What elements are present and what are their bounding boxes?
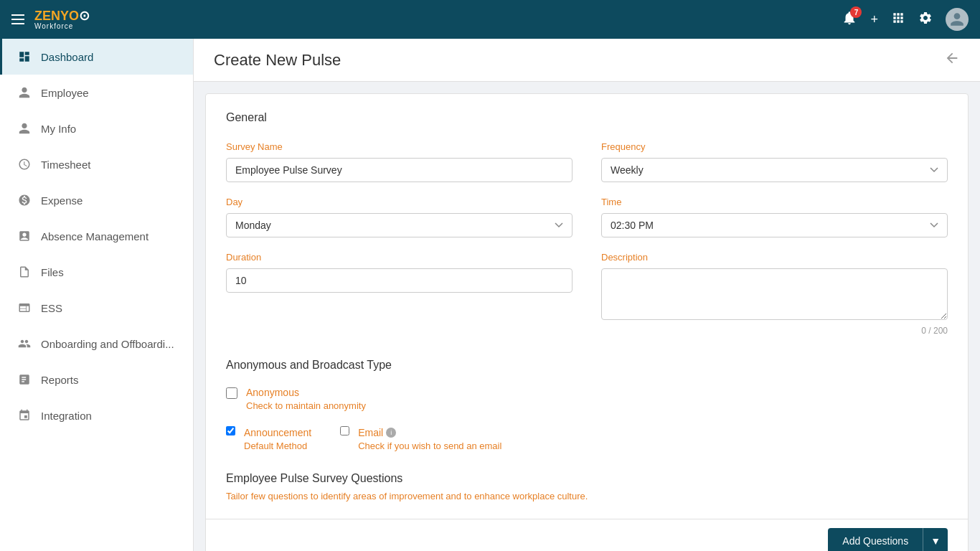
time-select[interactable]: 09:00 AM 10:00 AM 11:00 AM 12:00 PM 01:0… [601,213,948,237]
anonymous-text: Anonymous Check to maintain anonymity [246,386,366,412]
sidebar-item-ess[interactable]: ESS [0,290,193,326]
email-text: Email i Check if you wish to send an ema… [358,426,501,452]
back-button[interactable] [944,50,960,70]
description-group: Description 0 / 200 [601,252,948,336]
email-item: Email i Check if you wish to send an ema… [340,426,501,452]
day-select[interactable]: Sunday Monday Tuesday Wednesday Thursday… [226,213,573,237]
time-label: Time [601,197,948,207]
frequency-label: Frequency [601,141,948,152]
day-group: Day Sunday Monday Tuesday Wednesday Thur… [226,197,573,237]
questions-title: Employee Pulse Survey Questions [226,472,948,485]
timesheet-icon [17,156,32,172]
sidebar-item-onboarding[interactable]: Onboarding and Offboardi... [0,326,193,362]
sidebar-label-dashboard: Dashboard [41,51,93,63]
add-questions-dropdown-button[interactable]: ▼ [923,528,948,551]
questions-desc: Tailor few questions to identify areas o… [226,491,948,501]
sidebar-item-absence[interactable]: Absence Management [0,218,193,254]
announcement-label[interactable]: Announcement [244,427,311,438]
broadcast-row: Announcement Default Method Email i [226,426,948,452]
dashboard-icon [17,49,32,65]
sidebar-label-integration: Integration [41,410,92,422]
sidebar-label-reports: Reports [41,374,79,386]
reports-icon [17,372,32,387]
sidebar-item-dashboard[interactable]: Dashboard [0,39,193,75]
integration-icon [17,408,32,423]
ess-icon [17,300,32,316]
day-label: Day [226,197,573,207]
top-nav: ZENYO⊙ Workforce 7 + [0,0,980,39]
expense-icon [17,192,32,208]
notification-badge: 7 [850,6,862,18]
char-count: 0 / 200 [601,326,948,336]
description-label: Description [601,252,948,263]
general-form-grid: Survey Name Frequency Daily Weekly Month… [226,141,948,336]
logo-text: ZENYO⊙ [34,9,90,22]
sidebar-item-myinfo[interactable]: My Info [0,110,193,146]
survey-name-group: Survey Name [226,141,573,182]
announcement-text: Announcement Default Method [244,426,311,452]
sidebar-item-integration[interactable]: Integration [0,397,193,433]
email-desc: Check if you wish to send an email [358,441,501,451]
page-title: Create New Pulse [214,51,341,70]
anonymous-desc: Check to maintain anonymity [246,400,366,411]
anonymous-checkbox[interactable] [226,387,237,399]
sidebar-label-myinfo: My Info [41,123,76,135]
time-group: Time 09:00 AM 10:00 AM 11:00 AM 12:00 PM… [601,197,948,237]
sidebar-item-expense[interactable]: Expense [0,182,193,218]
general-section-title: General [226,111,948,124]
anon-section: Anonymous and Broadcast Type Anonymous C… [226,359,948,452]
anonymous-row: Anonymous Check to maintain anonymity [226,386,948,412]
sidebar-label-onboarding: Onboarding and Offboardi... [41,338,174,350]
description-textarea[interactable] [601,268,948,320]
sidebar: Dashboard Employee My Info Timesheet Exp… [0,39,194,551]
survey-name-label: Survey Name [226,141,573,152]
settings-button[interactable] [918,11,933,29]
announcement-desc: Default Method [244,441,307,451]
announcement-item: Announcement Default Method [226,426,311,452]
logo: ZENYO⊙ Workforce [34,9,90,30]
email-label[interactable]: Email [358,427,383,438]
duration-input[interactable] [226,268,573,293]
myinfo-icon [17,121,32,136]
sidebar-label-employee: Employee [41,87,89,99]
questions-section: Employee Pulse Survey Questions Tailor f… [226,472,948,501]
anon-section-title: Anonymous and Broadcast Type [226,359,948,372]
sidebar-item-files[interactable]: Files [0,254,193,290]
logo-subtext: Workforce [34,22,90,30]
sidebar-item-employee[interactable]: Employee [0,75,193,110]
frequency-select[interactable]: Daily Weekly Monthly [601,158,948,182]
email-info-icon[interactable]: i [386,428,396,438]
duration-label: Duration [226,252,573,263]
frequency-group: Frequency Daily Weekly Monthly [601,141,948,182]
hamburger-menu[interactable] [11,14,24,24]
sidebar-label-absence: Absence Management [41,230,149,242]
absence-icon [17,228,32,244]
duration-group: Duration [226,252,573,336]
anonymous-label[interactable]: Anonymous [246,387,299,398]
sidebar-item-timesheet[interactable]: Timesheet [0,146,193,182]
survey-name-input[interactable] [226,158,573,182]
employee-icon [17,85,32,100]
sidebar-label-expense: Expense [41,194,83,207]
sidebar-label-files: Files [41,266,64,278]
form-card: General Survey Name Frequency Daily Week… [205,93,969,551]
grid-button[interactable] [891,11,905,29]
main-content: Create New Pulse General Survey Name [194,39,980,551]
user-avatar[interactable] [946,8,969,31]
files-icon [17,264,32,280]
email-checkbox[interactable] [340,426,349,435]
onboarding-icon [17,336,32,352]
sidebar-item-reports[interactable]: Reports [0,362,193,397]
add-questions-button[interactable]: Add Questions [828,528,923,551]
announcement-checkbox[interactable] [226,426,235,435]
add-button[interactable]: + [870,12,878,27]
page-header: Create New Pulse [194,39,980,82]
bottom-bar: Add Questions ▼ [206,519,968,551]
sidebar-label-ess: ESS [41,302,62,314]
notification-button[interactable]: 7 [842,10,857,29]
sidebar-label-timesheet: Timesheet [41,159,90,171]
